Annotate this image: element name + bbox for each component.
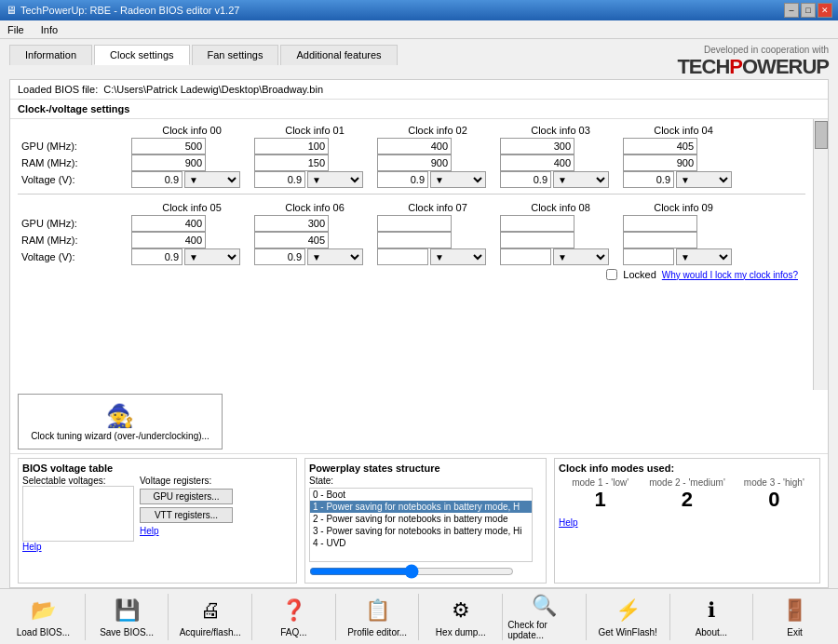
- gpu-registers-button[interactable]: GPU registers...: [140, 489, 233, 504]
- menu-info[interactable]: Info: [37, 24, 61, 35]
- gpu-04-input[interactable]: [623, 138, 697, 154]
- volt-03-select[interactable]: ▼: [553, 171, 609, 188]
- ram-08-input[interactable]: [500, 232, 574, 248]
- locked-label: Locked: [623, 269, 656, 280]
- vregs-col: Voltage registers: GPU registers... VTT …: [140, 476, 233, 552]
- powerplay-title: Powerplay states structure: [309, 463, 542, 474]
- gpu-06-input[interactable]: [254, 215, 329, 232]
- powerplay-item-1[interactable]: 1 - Power saving for notebooks in batter…: [310, 501, 532, 513]
- volt-02-input[interactable]: [377, 171, 428, 188]
- volt-00-input[interactable]: [131, 171, 182, 188]
- tab-additional-features[interactable]: Additional features: [280, 45, 397, 65]
- volt-06-input[interactable]: [254, 248, 305, 265]
- gpu-07-input[interactable]: [377, 215, 452, 232]
- maximize-button[interactable]: □: [801, 3, 816, 18]
- hex-dump-label: Hex dump...: [436, 627, 486, 637]
- volt-01-select[interactable]: ▼: [307, 171, 363, 188]
- gpu-00-input[interactable]: [131, 138, 206, 154]
- volt-03-input[interactable]: [500, 171, 551, 188]
- volt-02-select[interactable]: ▼: [430, 171, 486, 188]
- powerplay-scrollbar-area: [309, 564, 542, 579]
- volt-00-select[interactable]: ▼: [184, 171, 240, 188]
- volt-09-input[interactable]: [623, 248, 674, 265]
- ram-05-input[interactable]: [131, 232, 206, 248]
- faq-button[interactable]: ❓ FAQ...: [254, 591, 333, 643]
- sel-voltages-label: Selectable voltages:: [22, 476, 134, 486]
- window-controls: – □ ✕: [784, 3, 832, 18]
- volt-07-select[interactable]: ▼: [430, 248, 486, 265]
- state-label: State:: [309, 476, 542, 486]
- ram-04-input[interactable]: [623, 154, 697, 171]
- gpu-05-input[interactable]: [131, 215, 206, 232]
- wizard-button[interactable]: 🧙 Clock tuning wizard (over-/underclocki…: [18, 394, 223, 449]
- ram-03-input[interactable]: [500, 154, 574, 171]
- powerplay-item-3[interactable]: 3 - Power saving for notebooks in batter…: [310, 525, 532, 537]
- powerplay-list[interactable]: 0 - Boot 1 - Power saving for notebooks …: [309, 488, 533, 562]
- hex-dump-button[interactable]: ⚙ Hex dump...: [421, 591, 500, 643]
- ram-06-input[interactable]: [254, 232, 329, 248]
- powerplay-item-0[interactable]: 0 - Boot: [310, 489, 532, 501]
- ram-01-input[interactable]: [254, 154, 329, 171]
- scroll-bar[interactable]: [813, 119, 828, 390]
- clock-modes-title: Clock info modes used:: [559, 463, 816, 474]
- check-update-icon: 🔍: [529, 594, 559, 618]
- powerplay-item-2[interactable]: 2 - Power saving for notebooks in batter…: [310, 513, 532, 525]
- ram-07-input[interactable]: [377, 232, 452, 248]
- volt-05-input[interactable]: [131, 248, 182, 265]
- tb-divider-0: [85, 594, 86, 640]
- col2-header-2: Clock info 07: [377, 200, 498, 215]
- divider-1: [18, 194, 805, 195]
- ram-02-input[interactable]: [377, 154, 452, 171]
- gpu-02-input[interactable]: [377, 138, 452, 154]
- clock-modes-help-link[interactable]: Help: [559, 517, 816, 528]
- brand-area: Developed in cooperation with TECHPOWERU…: [677, 45, 829, 79]
- volt-05-select[interactable]: ▼: [184, 248, 240, 265]
- clock-table-scroll[interactable]: Clock info 00 Clock info 01 Clock info 0…: [10, 119, 813, 390]
- ram-00-input[interactable]: [131, 154, 206, 171]
- tb-divider-4: [418, 594, 419, 640]
- get-winflash-label: Get WinFlash!: [599, 627, 657, 637]
- about-button[interactable]: ℹ About...: [672, 591, 751, 643]
- col-header-2: Clock info 02: [377, 123, 498, 138]
- tab-information[interactable]: Information: [9, 45, 92, 65]
- close-button[interactable]: ✕: [818, 3, 832, 18]
- ram-09-input[interactable]: [623, 232, 697, 248]
- profile-editor-button[interactable]: 📋 Profile editor...: [338, 591, 417, 643]
- menu-file[interactable]: File: [4, 24, 28, 35]
- get-winflash-button[interactable]: ⚡ Get WinFlash!: [588, 591, 668, 643]
- volt-09-select[interactable]: ▼: [676, 248, 732, 265]
- powerplay-item-4[interactable]: 4 - UVD: [310, 537, 532, 549]
- volt-01-input[interactable]: [254, 171, 305, 188]
- locked-checkbox[interactable]: [606, 269, 617, 280]
- volt-08-input[interactable]: [500, 248, 551, 265]
- gpu-03-input[interactable]: [500, 138, 574, 154]
- tab-clock-settings[interactable]: Clock settings: [94, 45, 189, 65]
- ram-row-1: RAM (MHz):: [18, 154, 805, 171]
- gpu-01-input[interactable]: [254, 138, 329, 154]
- gpu-row-2: GPU (MHz):: [18, 215, 805, 232]
- volt-08-select[interactable]: ▼: [553, 248, 609, 265]
- tab-fan-settings[interactable]: Fan settings: [192, 45, 279, 65]
- bios-file-row: Loaded BIOS file: C:\Users\Patrick Ladew…: [10, 80, 828, 100]
- load-bios-button[interactable]: 📂 Load BIOS...: [4, 591, 83, 643]
- why-lock-link[interactable]: Why would I lock my clock infos?: [662, 270, 798, 280]
- voltage-help-link[interactable]: Help: [22, 542, 134, 552]
- clock-grid-row2-headers: Clock info 05 Clock info 06 Clock info 0…: [18, 200, 805, 215]
- minimize-button[interactable]: –: [784, 3, 799, 18]
- modes-grid: mode 1 - 'low' 1 mode 2 - 'medium' 2 mod…: [559, 477, 816, 512]
- volt-04-select[interactable]: ▼: [676, 171, 732, 188]
- vtt-registers-button[interactable]: VTT registers...: [140, 507, 233, 523]
- vregs-help-link[interactable]: Help: [140, 526, 233, 536]
- check-update-button[interactable]: 🔍 Check for update...: [505, 591, 584, 643]
- volt-04-input[interactable]: [623, 171, 674, 188]
- powerplay-hscroll[interactable]: [309, 564, 514, 579]
- gpu-08-input[interactable]: [500, 215, 574, 232]
- title-bar-text: TechPowerUp: RBE - Radeon BIOS editor v1…: [20, 5, 239, 16]
- gpu-09-input[interactable]: [623, 215, 697, 232]
- volt-06-select[interactable]: ▼: [307, 248, 363, 265]
- sel-voltages-area: Selectable voltages: Help: [22, 476, 134, 552]
- exit-button[interactable]: 🚪 Exit: [755, 591, 834, 643]
- volt-07-input[interactable]: [377, 248, 428, 265]
- acquire-flash-button[interactable]: 🖨 Acquire/flash...: [170, 591, 250, 643]
- save-bios-button[interactable]: 💾 Save BIOS...: [88, 591, 167, 643]
